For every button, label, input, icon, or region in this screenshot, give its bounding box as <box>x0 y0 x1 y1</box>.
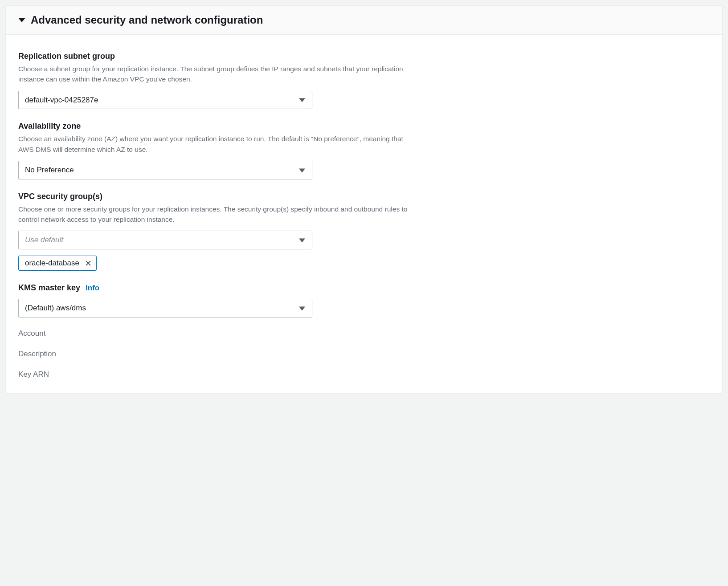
field-security-groups: VPC security group(s) Choose one or more… <box>18 192 419 271</box>
section-title: Advanced security and network configurat… <box>31 14 263 26</box>
sg-tag-oracle-database: oracle-database <box>18 256 97 271</box>
kms-select[interactable]: (Default) aws/dms <box>18 299 312 317</box>
az-select[interactable]: No Preference <box>18 161 312 179</box>
sg-desc: Choose one or more security groups for y… <box>18 204 410 225</box>
caret-down-icon <box>18 18 25 22</box>
az-label: Availability zone <box>18 122 419 131</box>
kms-account-label: Account <box>18 329 710 338</box>
az-desc: Choose an availability zone (AZ) where y… <box>18 134 410 155</box>
subnet-group-select[interactable]: default-vpc-0425287e <box>18 91 312 110</box>
kms-description-label: Description <box>18 350 710 358</box>
subnet-group-label: Replication subnet group <box>18 52 419 61</box>
field-kms-key: KMS master key Info (Default) aws/dms <box>18 283 419 317</box>
kms-label: KMS master key <box>18 283 80 293</box>
sg-tag-label: oracle-database <box>25 259 79 268</box>
subnet-group-desc: Choose a subnet group for your replicati… <box>18 64 410 85</box>
sg-select[interactable]: Use default <box>18 231 312 249</box>
section-toggle[interactable]: Advanced security and network configurat… <box>6 6 722 35</box>
kms-key-arn-label: Key ARN <box>18 370 710 379</box>
close-icon <box>85 260 92 267</box>
sg-label: VPC security group(s) <box>18 192 419 201</box>
remove-tag-button[interactable] <box>85 260 92 267</box>
kms-info-link[interactable]: Info <box>86 284 99 293</box>
section-body: Replication subnet group Choose a subnet… <box>6 35 722 393</box>
field-availability-zone: Availability zone Choose an availability… <box>18 122 419 179</box>
field-subnet-group: Replication subnet group Choose a subnet… <box>18 52 419 109</box>
config-panel: Advanced security and network configurat… <box>5 5 723 394</box>
